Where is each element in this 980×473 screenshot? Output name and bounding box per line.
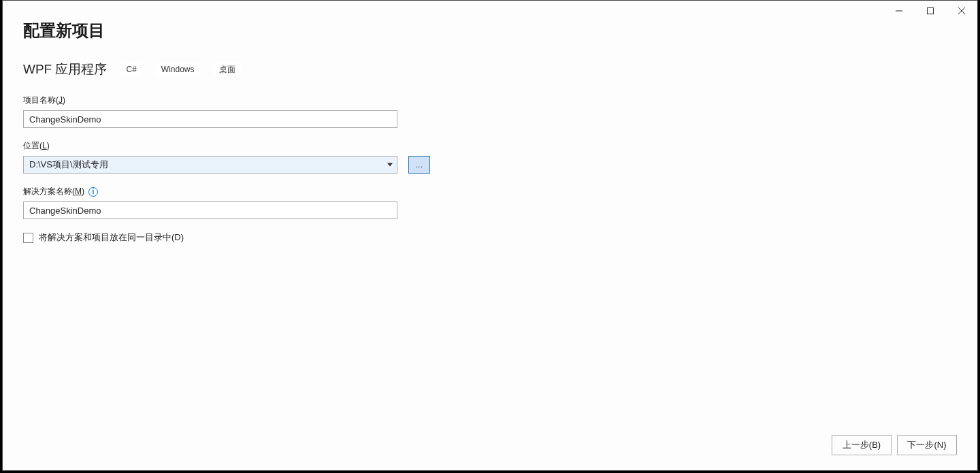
- solution-name-input[interactable]: [23, 201, 397, 219]
- browse-button[interactable]: ...: [408, 156, 430, 174]
- chevron-down-icon: [387, 163, 393, 167]
- next-button[interactable]: 下一步(N): [897, 435, 957, 455]
- maximize-button[interactable]: [915, 1, 946, 21]
- solution-name-field: 解决方案名称(M) i: [23, 186, 957, 219]
- tag-language: C#: [121, 63, 142, 76]
- back-accel: B: [872, 440, 878, 450]
- location-label: 位置(L): [23, 140, 957, 152]
- label-accel: D: [174, 232, 180, 242]
- label-text-end: ): [63, 95, 65, 105]
- label-text: 将解决方案和项目放在同一目录中(: [39, 232, 174, 242]
- next-label-post: ): [943, 440, 946, 450]
- label-text: 解决方案名称(: [23, 186, 75, 196]
- back-label-post: ): [878, 440, 881, 450]
- info-icon[interactable]: i: [88, 187, 98, 197]
- tag-platform: Windows: [156, 63, 200, 76]
- location-value: D:\VS项目\测试专用: [29, 159, 108, 171]
- label-text-end: ): [181, 232, 184, 242]
- location-combobox[interactable]: D:\VS项目\测试专用: [23, 156, 397, 174]
- template-row: WPF 应用程序 C# Windows 桌面: [23, 61, 957, 78]
- page-title: 配置新项目: [23, 20, 957, 42]
- minimize-button[interactable]: [883, 1, 915, 21]
- same-directory-row: 将解决方案和项目放在同一目录中(D): [23, 231, 957, 244]
- project-name-input[interactable]: [23, 110, 397, 128]
- close-button[interactable]: [946, 1, 977, 21]
- same-directory-checkbox[interactable]: [23, 233, 33, 243]
- browse-label: ...: [415, 161, 423, 169]
- back-button[interactable]: 上一步(B): [832, 435, 892, 455]
- next-label-pre: 下一步(: [907, 440, 936, 450]
- label-text-end: ): [82, 186, 84, 196]
- svg-rect-1: [928, 8, 934, 14]
- location-field: 位置(L) D:\VS项目\测试专用 ...: [23, 140, 957, 174]
- project-name-field: 项目名称(J): [23, 95, 957, 128]
- label-text: 项目名称(: [23, 95, 59, 105]
- back-label-pre: 上一步(: [843, 440, 872, 450]
- label-text-end: ): [47, 141, 50, 150]
- minimize-icon: [896, 7, 902, 14]
- content-area: 配置新项目 WPF 应用程序 C# Windows 桌面 项目名称(J) 位置(…: [23, 20, 957, 429]
- label-accel: M: [75, 186, 82, 196]
- label-accel: L: [42, 141, 47, 150]
- project-name-label: 项目名称(J): [23, 95, 957, 106]
- maximize-icon: [927, 7, 934, 14]
- dialog-window: 配置新项目 WPF 应用程序 C# Windows 桌面 项目名称(J) 位置(…: [2, 0, 978, 471]
- label-text: 位置(: [23, 141, 42, 150]
- titlebar: [883, 1, 977, 21]
- tag-type: 桌面: [214, 63, 241, 77]
- same-directory-label: 将解决方案和项目放在同一目录中(D): [39, 231, 184, 244]
- solution-name-label: 解决方案名称(M) i: [23, 186, 957, 197]
- footer: 上一步(B) 下一步(N): [832, 435, 957, 455]
- template-name: WPF 应用程序: [23, 61, 108, 78]
- close-icon: [958, 7, 965, 14]
- next-accel: N: [937, 440, 943, 450]
